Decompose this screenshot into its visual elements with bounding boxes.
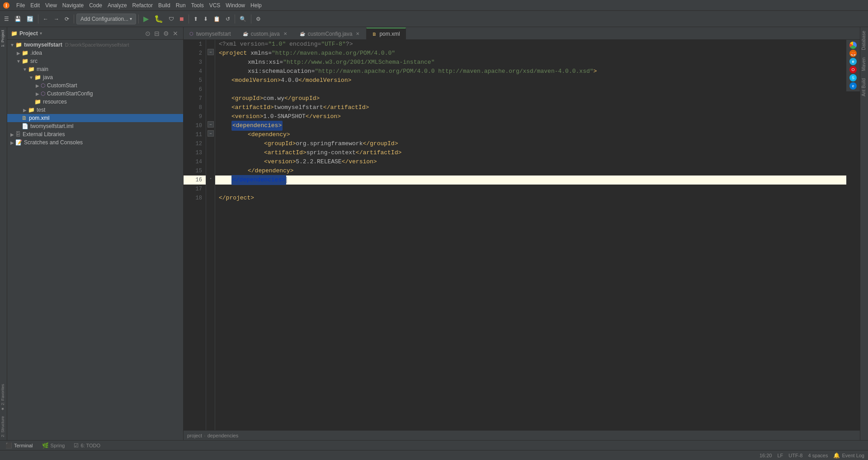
menu-edit[interactable]: Edit: [28, 1, 42, 9]
tree-main[interactable]: ▼ 📁 main: [7, 65, 183, 73]
tab-twomyselfstart[interactable]: ⬡ twomyselfstart: [184, 28, 237, 39]
left-tab-project[interactable]: 1: Project: [0, 27, 7, 50]
toolbar-cover-btn[interactable]: 🛡: [166, 13, 176, 25]
scratches-arrow: ▶: [9, 140, 15, 145]
toolbar-find-btn[interactable]: 🔍: [237, 13, 249, 25]
tree-src[interactable]: ▼ 📁 src: [7, 57, 183, 65]
menu-tools[interactable]: Tools: [189, 1, 207, 9]
main-arrow: ▼: [22, 67, 28, 72]
edge-icon[interactable]: e: [849, 82, 857, 90]
tab-customconfig-close[interactable]: ✕: [355, 31, 360, 37]
menu-build[interactable]: Build: [156, 1, 173, 9]
panel-action-sync[interactable]: ⊙: [144, 29, 152, 38]
tree-test[interactable]: ▶ 📁 test: [7, 106, 183, 114]
status-position[interactable]: 16:20: [760, 453, 772, 458]
tab-custom[interactable]: ☕ custom.java ✕: [237, 28, 294, 39]
ln-3: 3: [184, 58, 206, 67]
panel-action-collapse[interactable]: ⊟: [153, 29, 161, 38]
menu-navigate[interactable]: Navigate: [60, 1, 86, 9]
terminal-label: Terminal: [14, 443, 33, 448]
tree-iml[interactable]: 📄 twomyselfstart.iml: [7, 122, 183, 130]
customstart-arrow: ▶: [34, 83, 41, 88]
panel-header-actions: ⊙ ⊟ ⚙ ✕: [144, 29, 179, 38]
toolbar: ☰ 💾 🔄 ← → ⟳ Add Configuration... ▾ ▶ 🐛 🛡…: [0, 11, 868, 27]
chrome-icon[interactable]: [849, 42, 857, 49]
tab-custom-close[interactable]: ✕: [283, 31, 288, 37]
tree-idea[interactable]: ▶ 📁 .idea: [7, 49, 183, 57]
tree-extlibs[interactable]: ▶ 🗄 External Libraries: [7, 130, 183, 138]
toolbar-sync-btn[interactable]: 🔄: [24, 13, 36, 25]
breadcrumb-dependencies[interactable]: dependencies: [208, 433, 239, 438]
opera-icon[interactable]: O: [849, 66, 857, 73]
fold-l11[interactable]: −: [208, 130, 214, 137]
tab-customconfig[interactable]: ☕ customConfig.java ✕: [294, 28, 367, 39]
menu-analyze[interactable]: Analyze: [105, 1, 130, 9]
ln-8: 8: [184, 103, 206, 112]
toolbar-stop-btn[interactable]: ■: [177, 13, 186, 25]
fold-l10[interactable]: −: [208, 121, 214, 128]
toolbar-menu-btn[interactable]: ☰: [2, 13, 11, 25]
toolbar-recent-btn[interactable]: ⟳: [62, 13, 71, 25]
tree-resources[interactable]: 📁 resources: [7, 98, 183, 106]
code-editor[interactable]: <?xml version="1.0" encoding="UTF-8"?> <…: [215, 40, 846, 430]
menu-code[interactable]: Code: [86, 1, 105, 9]
menu-file[interactable]: File: [14, 1, 28, 9]
left-tab-structure[interactable]: 2: Structure: [0, 413, 7, 440]
safari-icon[interactable]: S: [849, 74, 857, 81]
menu-vcs[interactable]: VCS: [207, 1, 223, 9]
app-window: I File Edit View Navigate Code Analyze R…: [0, 0, 868, 460]
toolbar-vcs-btn[interactable]: ⬆: [191, 13, 200, 25]
toolbar-debug-btn[interactable]: 🐛: [152, 13, 165, 25]
root-label: twomyselfstart: [24, 42, 62, 48]
fold-l2[interactable]: −: [208, 49, 214, 55]
left-tab-favorites[interactable]: ★ 2: Favorites: [0, 381, 7, 414]
breadcrumb-project[interactable]: project: [187, 433, 202, 438]
firefox-icon[interactable]: 🦊: [849, 50, 857, 57]
toolbar-save-btn[interactable]: 💾: [12, 13, 24, 25]
toolbar-update-btn[interactable]: ⬇: [201, 13, 210, 25]
dep-aid-close: </artifactId>: [356, 148, 401, 157]
ie-icon[interactable]: e: [849, 58, 857, 65]
bottom-tab-todo[interactable]: ☑ 6: TODO: [70, 441, 104, 450]
tree-root[interactable]: ▼ 📁 twomyselfstart D:\workSpace\twomysel…: [7, 41, 183, 49]
dep-gid-open: <groupId>: [264, 139, 296, 148]
bottom-tab-terminal[interactable]: ⬛ Terminal: [2, 441, 37, 450]
panel-action-settings[interactable]: ⚙: [162, 29, 170, 38]
extlibs-label: External Libraries: [23, 131, 65, 138]
status-lf[interactable]: LF: [777, 453, 783, 458]
ln-11: 11: [184, 130, 206, 139]
menu-help[interactable]: Help: [248, 1, 264, 9]
menu-view[interactable]: View: [42, 1, 60, 9]
status-encoding[interactable]: UTF-8: [788, 453, 802, 458]
menu-run[interactable]: Run: [173, 1, 189, 9]
tree-pomxml[interactable]: 🗎 pom.xml: [7, 114, 183, 122]
toolbar-forward-btn[interactable]: →: [52, 13, 61, 25]
toolbar-run-btn[interactable]: ▶: [141, 13, 151, 25]
toolbar-revert-btn[interactable]: ↺: [223, 13, 232, 25]
right-tab-maven[interactable]: Maven: [860, 54, 868, 75]
menu-refactor[interactable]: Refactor: [130, 1, 156, 9]
tree-customstart[interactable]: ▶ ⬡ CustomStart: [7, 81, 183, 90]
ln-10: 10: [184, 121, 206, 130]
right-tab-antbuild[interactable]: Ant Build: [860, 75, 868, 100]
src-arrow: ▼: [15, 59, 22, 64]
idea-label: .idea: [30, 50, 42, 56]
tree-java[interactable]: ▼ 📁 java: [7, 73, 183, 81]
tree-customstartconfig[interactable]: ▶ ⬡ CustomStartConfig: [7, 90, 183, 98]
toolbar-back-btn[interactable]: ←: [41, 13, 51, 25]
status-eventlog[interactable]: 🔔 Event Log: [833, 452, 864, 459]
panel-dropdown-icon[interactable]: ▾: [40, 31, 42, 36]
ln-6: 6: [184, 85, 206, 94]
bottom-tab-spring[interactable]: 🌿 Spring: [38, 441, 69, 450]
editor-section: ⬡ twomyselfstart ☕ custom.java ✕ ☕ custo…: [184, 27, 860, 440]
tree-scratches[interactable]: ▶ 📝 Scratches and Consoles: [7, 138, 183, 147]
status-indent[interactable]: 4 spaces: [808, 453, 828, 458]
menu-window[interactable]: Window: [223, 1, 248, 9]
right-tab-database[interactable]: Database: [860, 27, 868, 54]
tab-pomxml[interactable]: 🗎 pom.xml: [366, 28, 406, 39]
toolbar-history-btn[interactable]: 📋: [211, 13, 222, 25]
add-configuration-button[interactable]: Add Configuration... ▾: [76, 14, 136, 24]
toolbar-settings-btn[interactable]: ⚙: [254, 13, 263, 25]
panel-action-close[interactable]: ✕: [171, 29, 179, 38]
tab-customconfig-icon: ☕: [300, 31, 305, 36]
